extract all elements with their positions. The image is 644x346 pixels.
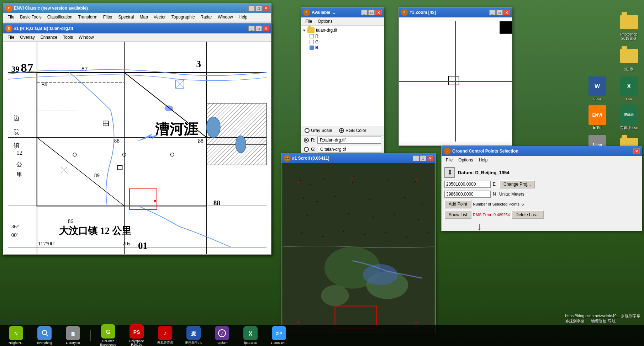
svg-point-74 bbox=[352, 182, 353, 183]
desktop-icon-docx[interactable]: W docx bbox=[582, 75, 612, 102]
band-r-letter: R: bbox=[311, 138, 315, 143]
desktop-icon-chapter1[interactable]: 第1章 bbox=[614, 44, 644, 73]
menu-basic-tools[interactable]: Basic Tools bbox=[17, 14, 44, 20]
photoshop-icon-label: Photoshop2019素材 bbox=[621, 32, 638, 41]
img-menu-file[interactable]: File bbox=[5, 34, 17, 41]
change-proj-button[interactable]: Change Proj... bbox=[499, 180, 535, 188]
add-point-button[interactable]: Add Point bbox=[444, 200, 471, 208]
scroll-close-btn[interactable]: ✕ bbox=[427, 155, 433, 161]
menu-file[interactable]: File bbox=[5, 14, 17, 20]
avail-close-btn[interactable]: ✕ bbox=[375, 10, 382, 15]
file-tree-item[interactable]: ▼ taian-drg.tif bbox=[302, 27, 382, 33]
taskbar-ipad-xlsx[interactable]: X ipad.xlsx bbox=[238, 326, 263, 345]
svg-point-75 bbox=[387, 180, 388, 181]
img-minimize-btn[interactable]: _ bbox=[248, 26, 255, 31]
gcp-menu-help[interactable]: Help bbox=[476, 157, 491, 163]
show-list-button[interactable]: Show List bbox=[444, 211, 471, 219]
scroll-minimize-btn[interactable]: _ bbox=[413, 155, 419, 161]
menu-map[interactable]: Map bbox=[137, 14, 151, 20]
avail-bands-title: Available ... bbox=[312, 10, 360, 15]
svg-text:G: G bbox=[106, 329, 110, 335]
gcp-buttons-row: Add Point Number of Selected Points: 6 bbox=[444, 200, 639, 208]
img-menu-tools[interactable]: Tools bbox=[60, 34, 76, 41]
r-checkbox[interactable] bbox=[310, 34, 314, 38]
svg-text:88: 88 bbox=[213, 199, 220, 207]
img-menu-enhance[interactable]: Enhance bbox=[38, 34, 60, 41]
taskbar-maisi[interactable]: 麦 麦思助手7.0 bbox=[181, 326, 206, 345]
gcp-e-input[interactable] bbox=[444, 181, 491, 188]
channel-g-item[interactable]: G bbox=[302, 39, 382, 45]
img-menu-window[interactable]: Window bbox=[76, 34, 97, 41]
desktop-icon-envi[interactable]: ENVI ENVI bbox=[582, 104, 612, 132]
gray-scale-radio[interactable]: Gray Scale bbox=[305, 128, 332, 133]
channel-r-item[interactable]: R bbox=[302, 33, 382, 39]
gcp-close-btn[interactable]: ✕ bbox=[633, 148, 640, 154]
avail-menu-options[interactable]: Options bbox=[315, 18, 335, 25]
taskbar-nsight[interactable]: N Nsight H... bbox=[4, 326, 28, 345]
band-r-entry[interactable]: R: R:taian-drg.tif bbox=[301, 135, 384, 145]
img-maximize-btn[interactable]: □ bbox=[255, 26, 262, 31]
close-button[interactable]: ✕ bbox=[263, 5, 269, 11]
gcp-n-input[interactable] bbox=[444, 191, 491, 198]
avail-bands-controls[interactable]: _ □ ✕ bbox=[361, 10, 382, 15]
maximize-button[interactable]: □ bbox=[255, 5, 262, 11]
svg-text:•: • bbox=[198, 141, 199, 144]
zip-label: 1-20011R... bbox=[270, 341, 287, 345]
avail-maximize-btn[interactable]: □ bbox=[368, 10, 375, 15]
svg-text:88: 88 bbox=[114, 138, 120, 144]
desktop-icon-xlsx[interactable]: X xlsx bbox=[614, 75, 644, 102]
svg-text:+: + bbox=[297, 180, 300, 184]
img-menu-overlay[interactable]: Overlay bbox=[17, 34, 37, 41]
taskbar-zip[interactable]: ZIP 1-20011R... bbox=[266, 326, 291, 345]
envi-main-controls[interactable]: _ □ ✕ bbox=[248, 5, 269, 11]
svg-point-91 bbox=[343, 231, 344, 232]
avail-menu-file[interactable]: File bbox=[302, 18, 315, 25]
rgb-color-radio[interactable]: RGB Color bbox=[339, 128, 366, 133]
b-checkbox[interactable] bbox=[310, 46, 314, 50]
envi-image-controls[interactable]: _ □ ✕ bbox=[248, 26, 269, 31]
scroll-window: 📷 #1 Scroll (0.06411) _ □ ✕ bbox=[281, 153, 436, 334]
menu-spectral[interactable]: Spectral bbox=[115, 14, 137, 20]
netease-icon: ♪ bbox=[158, 326, 172, 340]
docx-label: docx bbox=[593, 97, 601, 101]
zoom-maximize-btn[interactable]: □ bbox=[496, 10, 503, 15]
svg-point-89 bbox=[301, 232, 302, 233]
taskbar-polyspace[interactable]: PS PolyspaceR2019a bbox=[124, 324, 149, 346]
g-checkbox[interactable] bbox=[310, 40, 314, 44]
menu-window[interactable]: Window bbox=[215, 14, 236, 20]
menu-transform[interactable]: Transform bbox=[75, 14, 100, 20]
taskbar-library[interactable]: 📄 Library.txt bbox=[60, 326, 85, 345]
zoom-minimize-btn[interactable]: _ bbox=[489, 10, 496, 15]
taskbar-everything[interactable]: Everything bbox=[32, 326, 57, 345]
avail-bands-titlebar: 🔍 Available ... _ □ ✕ bbox=[301, 7, 384, 17]
gcp-menu-options[interactable]: Options bbox=[455, 157, 476, 163]
appium-label: Appium bbox=[217, 341, 228, 345]
channel-b-item[interactable]: B bbox=[302, 45, 382, 50]
gcp-controls[interactable]: ✕ bbox=[633, 148, 640, 154]
scroll-maximize-btn[interactable]: □ bbox=[420, 155, 426, 161]
img-close-btn[interactable]: ✕ bbox=[263, 26, 269, 31]
taskbar-geforce[interactable]: G GeForceExperience bbox=[96, 324, 121, 346]
minimize-button[interactable]: _ bbox=[248, 5, 255, 11]
taskbar-appium[interactable]: ✓ Appium bbox=[210, 326, 234, 345]
menu-radar[interactable]: Radar bbox=[197, 14, 215, 20]
svg-point-95 bbox=[427, 232, 428, 233]
scroll-controls[interactable]: _ □ ✕ bbox=[413, 155, 433, 161]
color-mode-group: Gray Scale RGB Color bbox=[301, 126, 384, 135]
projection-icon[interactable]: ⇕ bbox=[444, 167, 455, 178]
menu-classification[interactable]: Classification bbox=[44, 14, 75, 20]
menu-topographic[interactable]: Topographic bbox=[169, 14, 197, 20]
taskbar-netease[interactable]: ♪ 网易云音乐 bbox=[153, 326, 178, 345]
menu-filter[interactable]: Filter bbox=[100, 14, 116, 20]
delete-last-button[interactable]: Delete Las... bbox=[511, 211, 544, 219]
zoom-close-btn[interactable]: ✕ bbox=[503, 10, 510, 15]
desktop-icon-photoshop[interactable]: Photoshop2019素材 bbox=[614, 11, 644, 43]
avail-minimize-btn[interactable]: _ bbox=[361, 10, 368, 15]
menu-vector[interactable]: Vector bbox=[151, 14, 169, 20]
band-r-radio bbox=[304, 138, 309, 143]
desktop-icon-logic-xlsx[interactable]: 逻辑址 逻辑址.xlsx bbox=[614, 104, 644, 132]
menu-help[interactable]: Help bbox=[236, 14, 250, 20]
zoom-controls[interactable]: _ □ ✕ bbox=[489, 10, 510, 15]
gcp-menu-file[interactable]: File bbox=[443, 157, 455, 163]
svg-point-94 bbox=[406, 236, 407, 238]
